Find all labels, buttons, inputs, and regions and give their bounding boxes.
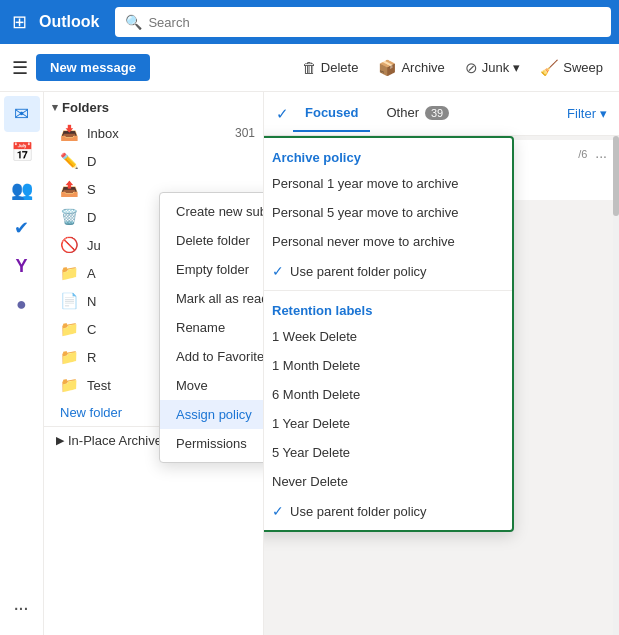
scrollbar-track bbox=[613, 136, 619, 635]
calendar-icon: 📅 bbox=[11, 141, 33, 163]
retention-never[interactable]: Never Delete bbox=[264, 467, 512, 496]
inbox-icon: 📥 bbox=[60, 124, 79, 142]
tab-check-icon: ✓ bbox=[276, 105, 289, 123]
context-menu: Create new subfolder Delete folder Empty… bbox=[159, 192, 264, 463]
sweep-icon: 🧹 bbox=[540, 59, 559, 77]
junk-button[interactable]: ⊘ Junk ▾ bbox=[457, 55, 528, 81]
policy-item-never[interactable]: Personal never move to archive bbox=[264, 227, 512, 256]
archive-chevron-icon: ▶ bbox=[56, 434, 64, 447]
tab-other[interactable]: Other 39 bbox=[374, 95, 461, 132]
junk-folder-icon: 🚫 bbox=[60, 236, 79, 254]
context-permissions[interactable]: Permissions bbox=[160, 429, 264, 458]
context-mark-all-read[interactable]: Mark all as read bbox=[160, 284, 264, 313]
junk-label: Junk bbox=[482, 60, 509, 75]
policy-item-1yr[interactable]: Personal 1 year move to archive bbox=[264, 169, 512, 198]
context-rename[interactable]: Rename bbox=[160, 313, 264, 342]
retention-1year[interactable]: 1 Year Delete bbox=[264, 409, 512, 438]
policy-overlay: Archive policy Personal 1 year move to a… bbox=[264, 136, 514, 532]
email-dots-icon: ··· bbox=[595, 148, 607, 164]
policy-item-parent[interactable]: Use parent folder policy bbox=[264, 256, 512, 286]
context-assign-policy[interactable]: Assign policy bbox=[160, 400, 264, 429]
filter-chevron-icon: ▾ bbox=[600, 106, 607, 121]
toolbar: ☰ New message 🗑 Delete 📦 Archive ⊘ Junk … bbox=[0, 44, 619, 92]
tabs-row: ✓ Focused Other 39 Filter ▾ bbox=[264, 92, 619, 136]
search-input[interactable] bbox=[148, 15, 601, 30]
other-tab-label: Other bbox=[386, 105, 419, 120]
people-icon: 👥 bbox=[11, 179, 33, 201]
nav-yammer[interactable]: Y bbox=[4, 248, 40, 284]
email-date: /6 bbox=[578, 148, 587, 163]
grid-icon[interactable]: ⊞ bbox=[8, 7, 31, 37]
drafts-icon: ✏️ bbox=[60, 152, 79, 170]
archive-folder-icon: 📁 bbox=[60, 264, 79, 282]
app-title: Outlook bbox=[39, 13, 99, 31]
context-create-subfolder[interactable]: Create new subfolder bbox=[160, 197, 264, 226]
tab-focused[interactable]: Focused bbox=[293, 95, 370, 132]
context-empty-folder[interactable]: Empty folder bbox=[160, 255, 264, 284]
junk-icon: ⊘ bbox=[465, 59, 478, 77]
context-move[interactable]: Move bbox=[160, 371, 264, 400]
search-icon: 🔍 bbox=[125, 14, 142, 30]
filter-button[interactable]: Filter ▾ bbox=[567, 106, 607, 121]
retention-parent[interactable]: Use parent folder policy bbox=[264, 496, 512, 526]
sent-icon: 📤 bbox=[60, 180, 79, 198]
folders-label: Folders bbox=[62, 100, 109, 115]
calendar-folder-icon: 📁 bbox=[60, 320, 79, 338]
folder-inbox[interactable]: 📥 Inbox 301 bbox=[44, 119, 263, 147]
nav-calendar[interactable]: 📅 bbox=[4, 134, 40, 170]
folders-header: ▾ Folders bbox=[44, 92, 263, 119]
search-box: 🔍 bbox=[115, 7, 611, 37]
scrollbar-thumb[interactable] bbox=[613, 136, 619, 216]
notes-icon: 📄 bbox=[60, 292, 79, 310]
sidebar: ▾ Folders 📥 Inbox 301 ✏️ D 📤 S 🗑️ D 🚫 Ju… bbox=[44, 92, 264, 635]
retention-6month[interactable]: 6 Month Delete bbox=[264, 380, 512, 409]
context-delete-folder[interactable]: Delete folder bbox=[160, 226, 264, 255]
sweep-button[interactable]: 🧹 Sweep bbox=[532, 55, 611, 81]
junk-chevron-icon: ▾ bbox=[513, 60, 520, 75]
retention-5year[interactable]: 5 Year Delete bbox=[264, 438, 512, 467]
hamburger-button[interactable]: ☰ bbox=[8, 53, 32, 83]
context-add-favorites[interactable]: Add to Favorites bbox=[160, 342, 264, 371]
other-tab-badge: 39 bbox=[425, 106, 449, 120]
rss-icon: 📁 bbox=[60, 348, 79, 366]
topbar: ⊞ Outlook 🔍 bbox=[0, 0, 619, 44]
delete-button[interactable]: 🗑 Delete bbox=[294, 55, 367, 80]
content-area: ✓ Focused Other 39 Filter ▾ bbox=[264, 92, 619, 635]
sweep-label: Sweep bbox=[563, 60, 603, 75]
nav-more[interactable]: ··· bbox=[4, 591, 40, 627]
archive-policy-header: Archive policy bbox=[264, 142, 512, 169]
filter-label: Filter bbox=[567, 106, 596, 121]
new-message-button[interactable]: New message bbox=[36, 54, 150, 81]
delete-label: Delete bbox=[321, 60, 359, 75]
nav-mail[interactable]: ✉ bbox=[4, 96, 40, 132]
nav-icons: ✉ 📅 👥 ✔ Y ● ··· bbox=[0, 92, 44, 635]
delete-icon: 🗑 bbox=[302, 59, 317, 76]
focused-tab-label: Focused bbox=[305, 105, 358, 120]
nav-tasks[interactable]: ✔ bbox=[4, 210, 40, 246]
archive-button[interactable]: 📦 Archive bbox=[370, 55, 452, 81]
test-folder-icon: 📁 bbox=[60, 376, 79, 394]
inbox-label: Inbox bbox=[87, 126, 227, 141]
retention-labels-header: Retention labels bbox=[264, 295, 512, 322]
policy-item-5yr[interactable]: Personal 5 year move to archive bbox=[264, 198, 512, 227]
main-layout: ✉ 📅 👥 ✔ Y ● ··· ▾ Folders 📥 Inbox 301 ✏️… bbox=[0, 92, 619, 635]
retention-1week[interactable]: 1 Week Delete bbox=[264, 322, 512, 351]
deleted-icon: 🗑️ bbox=[60, 208, 79, 226]
inbox-count: 301 bbox=[235, 126, 255, 140]
nav-people[interactable]: 👥 bbox=[4, 172, 40, 208]
archive-label: Archive bbox=[401, 60, 444, 75]
retention-1month[interactable]: 1 Month Delete bbox=[264, 351, 512, 380]
mail-icon: ✉ bbox=[14, 103, 29, 125]
policy-divider bbox=[264, 290, 512, 291]
folder-drafts[interactable]: ✏️ D bbox=[44, 147, 263, 175]
folders-chevron-icon: ▾ bbox=[52, 101, 58, 114]
archive-icon: 📦 bbox=[378, 59, 397, 77]
drafts-label: D bbox=[87, 154, 255, 169]
nav-teams[interactable]: ● bbox=[4, 286, 40, 322]
